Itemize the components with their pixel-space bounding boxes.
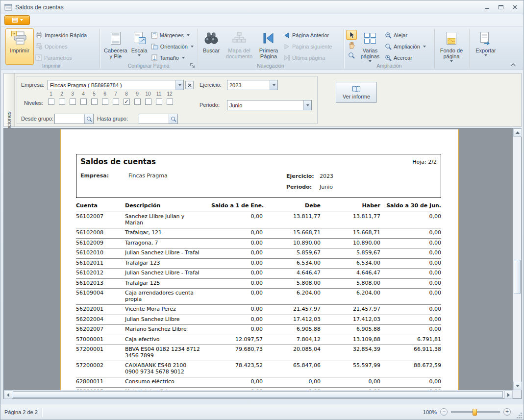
cell-amount: 0,00	[380, 289, 441, 305]
scroll-left-button[interactable]	[4, 391, 12, 399]
vertical-scrollbar-thumb[interactable]	[514, 260, 521, 294]
nivel-checkbox-6[interactable]	[102, 99, 108, 105]
titlebar: Saldos de cuentas	[0, 0, 524, 14]
hasta-grupo-field[interactable]	[139, 115, 169, 123]
column-header: Haber	[321, 200, 380, 212]
table-row: 56202007Mariano Sanchez Llibre0,006.905,…	[76, 325, 441, 335]
zoom-in-button[interactable]: Acercar	[383, 52, 428, 63]
document-map-button[interactable]: Mapa del documento	[223, 28, 255, 65]
page-setup-dialog-launcher[interactable]	[190, 63, 195, 68]
nivel-checkbox-2[interactable]	[59, 99, 65, 105]
collapse-ribbon-button[interactable]	[508, 61, 518, 68]
cell-descripcion: Mariano Sanchez Llibre	[125, 325, 211, 335]
column-header: Saldo a 1 de Ene.	[211, 200, 263, 212]
header-footer-button[interactable]: Cabecera y Pie	[102, 28, 129, 65]
options-fields-group: Empresa: Fincas Pragma ( B58959784 ) Eje…	[17, 76, 318, 124]
nivel-checkbox-4[interactable]	[80, 99, 87, 105]
previous-page-button[interactable]: Página Anterior	[282, 30, 334, 40]
column-header: Saldo a 30 de Jun.	[380, 200, 441, 212]
nivel-number: 9	[136, 91, 139, 98]
cell-amount: 5.808,00	[321, 278, 380, 289]
cell-amount: 0,00	[380, 212, 441, 228]
scroll-down-button[interactable]	[513, 382, 522, 390]
cell-amount: 6.534,00	[263, 258, 321, 269]
magnifier-icon	[348, 52, 355, 59]
dropdown-button[interactable]	[303, 100, 311, 110]
cell-amount: 0,00	[263, 377, 321, 388]
ejercicio-combobox[interactable]: 2023	[227, 80, 278, 90]
last-page-button[interactable]: Última página	[282, 52, 334, 63]
nivel-checkbox-12[interactable]	[167, 99, 173, 105]
empresa-combobox[interactable]: Fincas Pragma ( B58959784 )	[48, 80, 184, 90]
nivel-checkbox-7[interactable]	[113, 99, 119, 105]
magnifier-tool-button[interactable]	[346, 50, 357, 60]
lookup-button[interactable]	[169, 114, 177, 124]
report-page: Saldos de cuentas Hoja: 2/2 Empresa:Finc…	[60, 129, 459, 390]
dropdown-button[interactable]	[175, 80, 183, 90]
report-book-icon	[352, 86, 361, 92]
multiple-pages-button[interactable]: Varias páginas	[357, 28, 383, 65]
zoom-slider[interactable]	[451, 408, 500, 416]
desde-grupo-input[interactable]	[54, 114, 94, 124]
cell-amount: 5.808,00	[263, 278, 321, 289]
ver-informe-button[interactable]: Ver informe	[336, 82, 377, 103]
nivel-checkbox-11[interactable]	[156, 99, 162, 105]
cell-descripcion: CAIXABANK ES48 2100 0900 9734 5678 9012	[125, 361, 211, 377]
cell-cuenta: 56102013	[76, 278, 125, 289]
zoom-out-button[interactable]: Alejar	[383, 30, 428, 40]
zoom-slider-thumb[interactable]	[473, 409, 477, 416]
lookup-button[interactable]	[84, 114, 93, 124]
horizontal-scrollbar-thumb[interactable]	[13, 391, 503, 398]
print-button[interactable]: ? Imprimir	[5, 28, 34, 65]
application-menu-button[interactable]	[4, 15, 30, 25]
options-tab[interactable]: Opciones	[4, 74, 15, 126]
size-button[interactable]: Tamaño	[150, 52, 196, 63]
maximize-button[interactable]	[496, 3, 506, 11]
search-button[interactable]: Buscar	[200, 28, 223, 65]
nivel-checkbox-1[interactable]	[48, 99, 54, 105]
hasta-grupo-input[interactable]	[139, 114, 178, 124]
periodo-label: Periodo:	[200, 102, 220, 108]
periodo-combobox[interactable]: Junio	[227, 100, 312, 110]
chevron-down-icon	[369, 60, 372, 62]
cell-descripcion: Tarragona, 7	[125, 238, 211, 248]
pointer-tool-button[interactable]	[346, 30, 357, 40]
export-button[interactable]: Exportar	[472, 28, 500, 65]
orientation-button[interactable]: Orientación	[150, 41, 196, 51]
horizontal-scrollbar[interactable]	[4, 390, 513, 398]
nivel-checkbox-9[interactable]	[134, 99, 141, 105]
scale-button[interactable]: Escala	[129, 28, 150, 65]
zoom-level-button[interactable]: Ampliación	[383, 41, 428, 51]
quick-print-button[interactable]: Impresión Rápida	[34, 30, 89, 40]
divider	[344, 29, 344, 68]
minimize-button[interactable]	[482, 3, 492, 11]
print-options-button[interactable]: Opciones	[34, 41, 89, 51]
cell-descripcion: Consumo eléctrico	[125, 377, 211, 388]
dropdown-button[interactable]	[270, 80, 277, 90]
preview-viewport[interactable]: Saldos de cuentas Hoja: 2/2 Empresa:Finc…	[4, 128, 513, 390]
table-row: 56102008Trafalgar, 1210,0015.668,7115.66…	[76, 228, 441, 239]
margins-button[interactable]: Márgenes	[150, 30, 196, 40]
cell-cuenta: 56102012	[76, 269, 125, 279]
first-page-button[interactable]: Primera Página	[255, 28, 282, 65]
hand-tool-button[interactable]	[346, 40, 357, 50]
window-title: Saldos de cuentas	[15, 4, 64, 11]
zoom-in-button[interactable]: +	[503, 408, 511, 416]
nivel-checkbox-3[interactable]	[70, 99, 76, 105]
resize-grip[interactable]	[516, 412, 523, 419]
scroll-right-button[interactable]	[504, 391, 513, 399]
chevron-down-icon	[450, 60, 453, 62]
desde-grupo-field[interactable]	[55, 115, 84, 123]
page-background-button[interactable]: Fondo de página	[437, 28, 466, 65]
niveles-grid: 12345678✓9101112	[46, 91, 175, 105]
nivel-checkbox-10[interactable]	[145, 99, 151, 105]
vertical-scrollbar[interactable]	[513, 128, 521, 390]
next-page-button[interactable]: Página siguiente	[282, 41, 334, 51]
zoom-out-button[interactable]: −	[440, 408, 448, 416]
nivel-checkbox-8[interactable]: ✓	[124, 99, 130, 105]
parameters-button[interactable]: ?Parámetros	[34, 52, 89, 63]
scroll-up-button[interactable]	[513, 128, 522, 137]
nivel-checkbox-5[interactable]	[91, 99, 98, 105]
close-button[interactable]	[510, 3, 520, 11]
clear-empresa-button[interactable]	[185, 81, 194, 89]
